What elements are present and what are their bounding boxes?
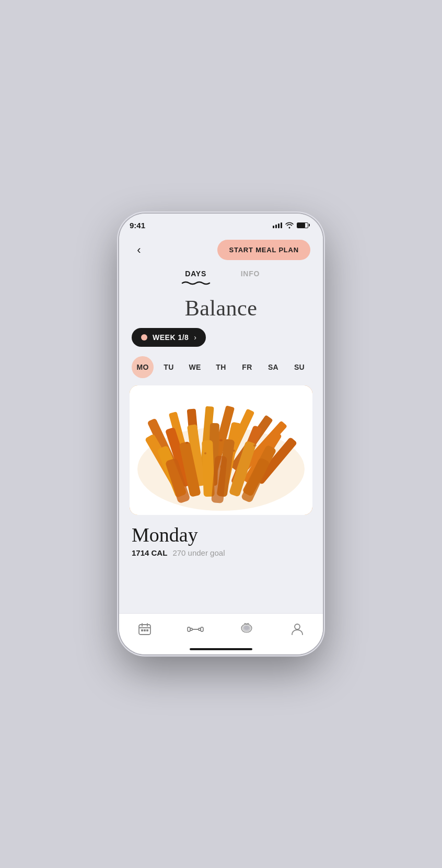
svg-point-47 <box>295 624 300 629</box>
tab-bar: DAYS INFO <box>119 265 323 289</box>
week-badge-wrap: WEEK 1/8 › <box>119 328 323 347</box>
tab-info-label: INFO <box>241 269 260 278</box>
day-fr[interactable]: FR <box>236 356 258 378</box>
back-chevron-icon: ‹ <box>137 243 141 257</box>
svg-rect-42 <box>201 627 203 631</box>
home-bar <box>190 648 252 650</box>
start-meal-plan-button[interactable]: START MEAL PLAN <box>217 240 310 260</box>
svg-point-46 <box>244 626 249 630</box>
screen: 9:41 ‹ <box>119 214 323 654</box>
person-icon <box>290 622 305 637</box>
svg-rect-40 <box>190 628 192 630</box>
meal-info: Monday 1714 CAL 270 under goal <box>119 515 323 561</box>
day-su[interactable]: SU <box>288 356 310 378</box>
tab-days[interactable]: DAYS <box>182 269 210 289</box>
week-label: WEEK 1/8 <box>153 333 189 342</box>
meal-cal-subtext: 270 under goal <box>172 548 225 557</box>
week-chevron-icon: › <box>194 333 196 342</box>
day-mo-label: MO <box>136 363 148 371</box>
meal-cal-row: 1714 CAL 270 under goal <box>132 548 310 557</box>
day-th-label: TH <box>216 363 226 371</box>
day-selector: MOTUWETHFRSASU <box>119 347 323 385</box>
svg-point-31 <box>233 450 235 452</box>
dumbbell-icon <box>188 622 203 637</box>
status-bar: 9:41 <box>119 214 323 237</box>
home-indicator <box>119 644 323 654</box>
svg-rect-37 <box>144 629 146 631</box>
meal-calories: 1714 CAL <box>132 548 167 557</box>
phone-shell: 9:41 ‹ <box>119 214 323 654</box>
top-bar: ‹ START MEAL PLAN <box>119 237 323 265</box>
day-sa-label: SA <box>268 363 278 371</box>
day-sa[interactable]: SA <box>262 356 284 378</box>
back-button[interactable]: ‹ <box>130 241 148 260</box>
svg-rect-36 <box>141 629 143 631</box>
day-tu-label: TU <box>164 363 173 371</box>
svg-rect-38 <box>146 629 148 631</box>
svg-point-28 <box>219 439 223 441</box>
wifi-icon <box>285 222 294 228</box>
nav-item-profile[interactable] <box>282 619 313 640</box>
day-mo[interactable]: MO <box>132 356 154 378</box>
meal-image <box>130 385 312 515</box>
nav-item-calendar[interactable] <box>129 619 160 640</box>
svg-point-27 <box>185 442 189 444</box>
tab-days-underline <box>182 281 210 285</box>
nav-item-workout[interactable] <box>180 619 211 640</box>
day-su-label: SU <box>294 363 305 371</box>
svg-point-30 <box>204 452 206 454</box>
week-badge-button[interactable]: WEEK 1/8 › <box>132 328 206 347</box>
tab-info[interactable]: INFO <box>241 269 260 289</box>
status-icons <box>273 222 308 228</box>
calendar-icon <box>137 622 152 637</box>
svg-point-29 <box>253 444 257 447</box>
meal-icon <box>239 622 254 637</box>
plan-title: Balance <box>119 289 323 328</box>
status-time: 9:41 <box>130 221 145 230</box>
food-illustration <box>130 385 312 515</box>
day-tu[interactable]: TU <box>158 356 180 378</box>
tab-days-label: DAYS <box>185 269 206 278</box>
meal-image-container <box>130 385 312 515</box>
nav-item-meal[interactable] <box>231 619 262 640</box>
battery-icon <box>297 222 308 228</box>
day-we-label: WE <box>189 363 201 371</box>
meal-day-title: Monday <box>132 523 310 546</box>
day-th[interactable]: TH <box>210 356 232 378</box>
week-dot-icon <box>141 334 147 341</box>
signal-icon <box>273 222 282 228</box>
day-fr-label: FR <box>242 363 252 371</box>
bottom-nav <box>119 613 323 644</box>
day-we[interactable]: WE <box>184 356 206 378</box>
